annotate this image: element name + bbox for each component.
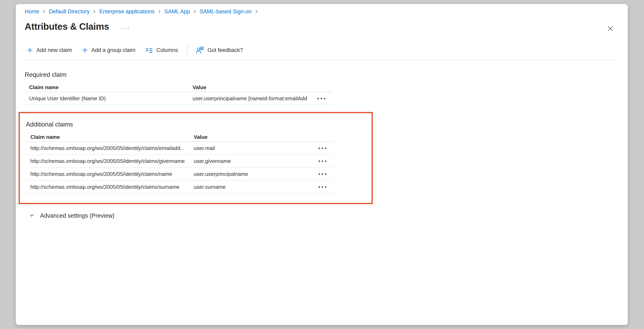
toolbar: Add new claim Add a group claim <box>25 44 619 61</box>
add-group-claim-label: Add a group claim <box>92 47 136 53</box>
toolbar-divider <box>187 45 187 55</box>
table-row[interactable]: http://schemas.xmlsoap.org/ws/2005/05/id… <box>26 155 333 168</box>
plus-icon <box>82 47 88 53</box>
title-more-options-icon[interactable]: ··· <box>120 27 131 29</box>
close-button[interactable] <box>605 23 616 35</box>
columns-icon <box>145 47 153 53</box>
claim-name-cell: Unique User Identifier (Name ID) <box>25 95 192 102</box>
chevron-right-icon <box>93 9 96 14</box>
attributes-claims-panel: Home Default Directory Enterprise applic… <box>16 4 628 325</box>
value-cell: user.surname <box>194 184 309 190</box>
page-title: Attributes & Claims <box>25 21 109 32</box>
got-feedback-label: Got feedback? <box>208 47 243 53</box>
additional-claims-table: Claim name Value http://schemas.xmlsoap.… <box>26 133 333 194</box>
table-row[interactable]: http://schemas.xmlsoap.org/ws/2005/05/id… <box>26 142 333 155</box>
required-claim-heading: Required claim <box>25 71 619 78</box>
additional-claims-heading: Additional claims <box>26 121 372 128</box>
title-row: Attributes & Claims ··· <box>25 20 619 33</box>
row-menu-icon[interactable]: ••• <box>318 185 328 189</box>
required-claim-section: Required claim Claim name Value Unique U… <box>25 71 619 105</box>
chevron-right-icon <box>255 9 258 14</box>
row-menu-icon[interactable]: ••• <box>317 96 327 100</box>
row-menu-icon[interactable]: ••• <box>318 172 328 176</box>
annotation-highlight-box: Additional claims Claim name Value http:… <box>18 112 373 204</box>
add-group-claim-button[interactable]: Add a group claim <box>80 46 138 54</box>
got-feedback-button[interactable]: Got feedback? <box>193 44 245 56</box>
value-cell: user.givenname <box>194 158 309 164</box>
claim-name-column-header: Claim name <box>26 134 194 140</box>
additional-claims-section: Additional claims Claim name Value http:… <box>26 121 372 194</box>
advanced-settings-toggle[interactable]: Advanced settings (Preview) <box>25 212 114 219</box>
breadcrumb-link-saml-based-sign-on[interactable]: SAML-based Sign-on <box>200 8 252 15</box>
table-header-row: Claim name Value <box>25 83 332 92</box>
table-row[interactable]: http://schemas.xmlsoap.org/ws/2005/05/id… <box>26 181 333 194</box>
breadcrumb-link-enterprise-applications[interactable]: Enterprise applications <box>99 8 154 15</box>
chevron-right-icon <box>193 9 196 14</box>
value-column-header: Value <box>192 84 308 90</box>
required-claim-table: Claim name Value Unique User Identifier … <box>25 83 332 105</box>
breadcrumb-link-saml-app[interactable]: SAML App <box>164 8 190 15</box>
columns-button[interactable]: Columns <box>143 46 180 54</box>
chevron-right-icon <box>158 9 161 14</box>
feedback-person-icon <box>196 46 204 54</box>
columns-label: Columns <box>156 47 178 53</box>
breadcrumb-link-default-directory[interactable]: Default Directory <box>49 8 90 15</box>
chevron-right-icon <box>42 9 46 14</box>
table-row[interactable]: http://schemas.xmlsoap.org/ws/2005/05/id… <box>26 168 333 181</box>
claim-name-cell: http://schemas.xmlsoap.org/ws/2005/05/id… <box>26 184 194 190</box>
value-cell: user.userprincipalname [nameid-format:em… <box>192 95 308 102</box>
value-cell: user.userprincipalname <box>194 171 309 177</box>
claim-name-cell: http://schemas.xmlsoap.org/ws/2005/05/id… <box>26 145 194 151</box>
plus-icon <box>27 47 33 53</box>
advanced-settings-label: Advanced settings (Preview) <box>40 212 114 219</box>
claim-name-cell: http://schemas.xmlsoap.org/ws/2005/05/id… <box>26 158 194 164</box>
value-column-header: Value <box>194 134 309 140</box>
close-icon <box>607 25 614 33</box>
chevron-down-icon <box>29 212 35 219</box>
claim-name-cell: http://schemas.xmlsoap.org/ws/2005/05/id… <box>26 171 194 177</box>
claim-name-column-header: Claim name <box>25 84 192 90</box>
add-new-claim-button[interactable]: Add new claim <box>25 46 74 54</box>
row-menu-icon[interactable]: ••• <box>318 159 328 163</box>
breadcrumb-link-home[interactable]: Home <box>25 8 39 15</box>
table-row[interactable]: Unique User Identifier (Name ID) user.us… <box>25 92 332 105</box>
row-menu-icon[interactable]: ••• <box>318 146 328 150</box>
add-new-claim-label: Add new claim <box>36 47 72 53</box>
value-cell: user.mail <box>194 145 309 151</box>
breadcrumb: Home Default Directory Enterprise applic… <box>25 8 619 15</box>
table-header-row: Claim name Value <box>26 133 333 142</box>
